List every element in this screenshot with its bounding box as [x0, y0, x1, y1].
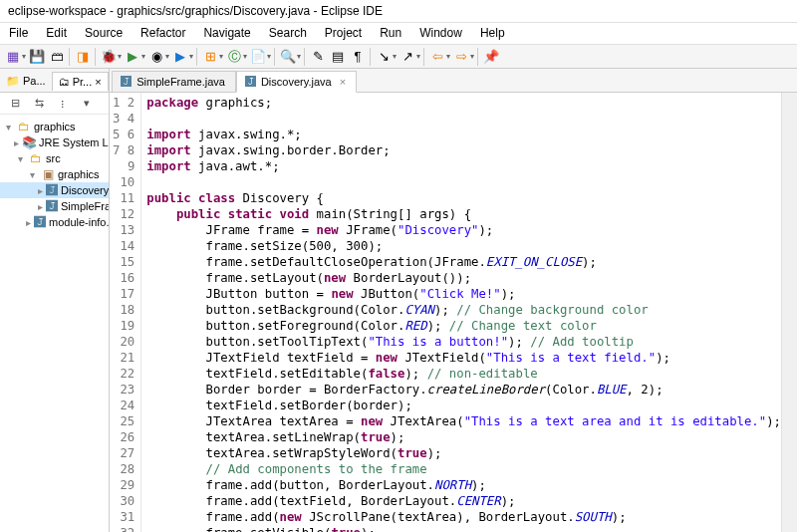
close-icon[interactable]: ×: [95, 76, 101, 88]
tree-simpleframe: SimpleFrame: [61, 200, 109, 212]
menu-window[interactable]: Window: [410, 23, 471, 44]
next-annotation-icon[interactable]: ↘: [375, 48, 393, 66]
code-editor[interactable]: package graphics; import javax.swing.*; …: [141, 93, 781, 532]
menu-navigate[interactable]: Navigate: [194, 23, 259, 44]
coverage-icon[interactable]: ◉: [147, 48, 165, 66]
tree-discovery: Discovery.ja: [61, 184, 109, 196]
forward-icon[interactable]: ⇨: [452, 48, 470, 66]
vertical-scrollbar[interactable]: [781, 93, 797, 532]
menu-search[interactable]: Search: [260, 23, 316, 44]
link-editor-icon[interactable]: ⇆: [30, 95, 48, 113]
tab-project[interactable]: 🗂 Pr... ×: [52, 72, 109, 91]
menu-help[interactable]: Help: [471, 23, 514, 44]
back-icon[interactable]: ⇦: [428, 48, 446, 66]
view-menu-icon[interactable]: ▾: [78, 95, 96, 113]
editor-area: 🅹SimpleFrame.java 🅹Discovery.java× 1 2 3…: [110, 69, 797, 532]
prev-annotation-icon[interactable]: ↗: [398, 48, 416, 66]
menu-edit[interactable]: Edit: [37, 23, 76, 44]
run-icon[interactable]: ▶: [124, 48, 141, 66]
new-java-package-icon[interactable]: ⊞: [201, 48, 219, 66]
tab-package[interactable]: 📁 Pa...: [0, 72, 52, 91]
package-explorer-panel: 📁 Pa... 🗂 Pr... × ⊟ ⇆ ⫶ ▾ ▾🗀graphics ▸📚J…: [0, 69, 110, 532]
pin-icon[interactable]: 📌: [482, 48, 500, 66]
tree-moduleinfo: module-info.ja: [49, 216, 109, 228]
main-toolbar: ▦▾ 💾 🗃 ◨ 🐞▾ ▶▾ ◉▾ ▶▾ ⊞▾ Ⓒ▾ 📄▾ 🔍▾ ✎ ▤ ¶ ↘…: [0, 45, 797, 69]
new-java-class-icon[interactable]: Ⓒ: [225, 48, 243, 66]
debug-icon[interactable]: 🐞: [100, 48, 118, 66]
menu-run[interactable]: Run: [371, 23, 410, 44]
toggle-block-icon[interactable]: ▤: [329, 48, 347, 66]
open-type-icon[interactable]: ◨: [74, 48, 92, 66]
open-task-icon[interactable]: 📄: [249, 48, 267, 66]
menubar: File Edit Source Refactor Navigate Searc…: [0, 23, 797, 45]
menu-source[interactable]: Source: [76, 23, 132, 44]
window-title: eclipse-workspace - graphics/src/graphic…: [8, 4, 383, 18]
menu-refactor[interactable]: Refactor: [132, 23, 194, 44]
search-icon[interactable]: 🔍: [279, 48, 297, 66]
tree-jre: JRE System Librar: [39, 136, 109, 148]
show-whitespace-icon[interactable]: ¶: [349, 48, 367, 66]
run-last-icon[interactable]: ▶: [171, 48, 189, 66]
tree-package: graphics: [58, 168, 100, 180]
new-icon[interactable]: ▦: [4, 48, 22, 66]
save-all-icon[interactable]: 🗃: [48, 48, 66, 66]
menu-file[interactable]: File: [0, 23, 37, 44]
tab-simpleframe[interactable]: 🅹SimpleFrame.java: [112, 71, 236, 93]
tree-project: graphics: [34, 121, 76, 133]
toggle-mark-icon[interactable]: ✎: [309, 48, 327, 66]
close-tab-icon[interactable]: ×: [340, 76, 346, 88]
collapse-all-icon[interactable]: ⊟: [6, 95, 24, 113]
menu-project[interactable]: Project: [316, 23, 371, 44]
filter-icon[interactable]: ⫶: [54, 95, 72, 113]
line-number-gutter[interactable]: 1 2 3 4 5 6 7 8 9 10 11 12 13 14 15 16 1…: [110, 93, 141, 532]
window-titlebar: eclipse-workspace - graphics/src/graphic…: [0, 0, 797, 23]
tree-src: src: [46, 152, 61, 164]
project-tree[interactable]: ▾🗀graphics ▸📚JRE System Librar ▾🗀src ▾▣g…: [0, 115, 109, 234]
tab-discovery[interactable]: 🅹Discovery.java×: [236, 71, 357, 93]
save-icon[interactable]: 💾: [28, 48, 46, 66]
